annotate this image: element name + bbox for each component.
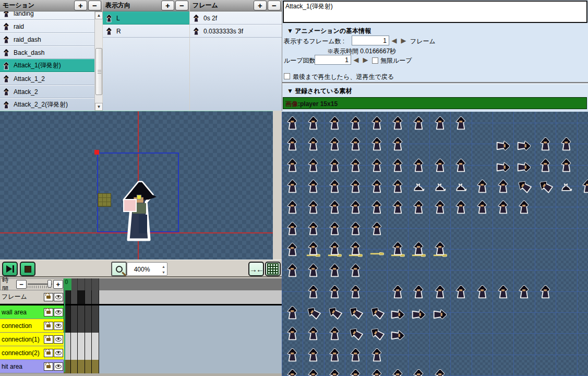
scrollbar-thumb[interactable] bbox=[95, 48, 102, 95]
sheet-sprite-witch-broom[interactable] bbox=[349, 242, 363, 256]
sheet-sprite-witch-tumbling[interactable] bbox=[514, 177, 534, 196]
sheet-sprite-witch[interactable] bbox=[412, 116, 426, 130]
sheet-sprite-witch-lying[interactable] bbox=[496, 139, 510, 153]
sheet-sprite-witch[interactable] bbox=[433, 369, 447, 376]
slider-thumb[interactable] bbox=[47, 280, 52, 288]
sheet-sprite-witch-tumbling[interactable] bbox=[535, 177, 555, 196]
reverse-play-checkbox[interactable] bbox=[284, 73, 290, 79]
timeline-cell[interactable] bbox=[85, 319, 92, 333]
lock-button[interactable] bbox=[44, 322, 53, 330]
sheet-sprite-witch-lying[interactable] bbox=[517, 160, 531, 174]
sheet-sprite-witch[interactable] bbox=[349, 158, 363, 172]
sheet-sprite-cat[interactable] bbox=[412, 179, 426, 193]
basic-info-header[interactable]: ▼ アニメーションの基本情報 bbox=[287, 27, 371, 36]
sheet-sprite-witch[interactable] bbox=[538, 285, 553, 299]
sheet-sprite-witch[interactable] bbox=[328, 179, 342, 193]
sheet-sprite-witch[interactable] bbox=[306, 116, 320, 130]
preview-canvas[interactable] bbox=[0, 111, 273, 260]
sheet-sprite-witch[interactable] bbox=[412, 285, 426, 299]
list-item-Attack_2_2(弾発射)[interactable]: Attack_2_2(弾発射) bbox=[0, 98, 94, 111]
sheet-sprite-witch-broom[interactable] bbox=[433, 242, 447, 256]
track-cells-hit area[interactable] bbox=[64, 360, 282, 373]
sheet-sprite-witch[interactable] bbox=[517, 200, 531, 214]
preview-character-sprite[interactable] bbox=[114, 173, 162, 242]
sheet-sprite-witch[interactable] bbox=[306, 200, 320, 214]
list-item-Back_dash[interactable]: Back_dash bbox=[0, 46, 94, 59]
sheet-sprite-witch[interactable] bbox=[306, 285, 320, 299]
sheet-sprite-witch[interactable] bbox=[391, 158, 405, 172]
sheet-sprite-witch[interactable] bbox=[349, 369, 363, 376]
timeline-cell[interactable] bbox=[78, 306, 85, 319]
sheet-sprite-broom[interactable] bbox=[370, 242, 384, 256]
sheet-sprite-witch[interactable] bbox=[285, 200, 299, 214]
sheet-sprite-witch[interactable] bbox=[349, 116, 363, 130]
scroll-up-icon[interactable]: ▲ bbox=[95, 11, 103, 19]
sheet-sprite-witch-tumbling[interactable] bbox=[304, 303, 323, 323]
timeline-cell[interactable] bbox=[71, 360, 78, 373]
sheet-sprite-witch[interactable] bbox=[454, 158, 468, 172]
origin-handle[interactable] bbox=[94, 150, 99, 155]
sheet-sprite-witch-lying[interactable] bbox=[412, 308, 426, 322]
sheet-sprite-witch[interactable] bbox=[412, 200, 426, 214]
sheet-sprite-witch[interactable] bbox=[559, 137, 573, 151]
track-label-hit area[interactable]: hit area bbox=[0, 360, 64, 373]
timeline-cell[interactable] bbox=[71, 346, 78, 360]
sheet-sprite-witch[interactable] bbox=[349, 263, 363, 277]
sheet-sprite-witch[interactable] bbox=[349, 285, 363, 299]
list-item-0.0333333s 3f[interactable]: 0.0333333s 3f bbox=[190, 25, 282, 38]
sheet-sprite-witch[interactable] bbox=[370, 221, 384, 236]
time-zoom-out-button[interactable]: − bbox=[16, 280, 27, 289]
visibility-button[interactable] bbox=[54, 335, 63, 344]
track-label-フレーム[interactable]: フレーム bbox=[0, 290, 64, 304]
sheet-sprite-witch[interactable] bbox=[285, 369, 299, 376]
track-label-wall area[interactable]: wall area bbox=[0, 306, 64, 319]
timeline-cell[interactable] bbox=[78, 319, 85, 333]
track-label-connection(1)[interactable]: connection(1) bbox=[0, 333, 64, 346]
sheet-sprite-witch[interactable] bbox=[433, 158, 447, 172]
frame-zero-cell[interactable]: 0 bbox=[64, 278, 71, 290]
sheet-sprite-witch[interactable] bbox=[306, 221, 320, 236]
sheet-sprite-witch[interactable] bbox=[433, 285, 447, 299]
sheet-sprite-witch[interactable] bbox=[475, 200, 489, 214]
timeline-cell[interactable] bbox=[71, 306, 78, 319]
list-item-raid_dash[interactable]: raid_dash bbox=[0, 33, 94, 46]
timeline-cell[interactable] bbox=[85, 290, 92, 304]
loop-decrement-icon[interactable]: ◀ bbox=[352, 55, 361, 65]
visibility-button[interactable] bbox=[54, 308, 63, 316]
direction-remove-button[interactable]: − bbox=[175, 1, 188, 10]
frames-remove-button[interactable]: − bbox=[268, 1, 281, 10]
sheet-sprite-witch[interactable] bbox=[285, 179, 299, 193]
track-cells-connection[interactable] bbox=[64, 319, 282, 333]
sheet-sprite-witch[interactable] bbox=[412, 369, 426, 376]
timeline-cell[interactable] bbox=[78, 346, 85, 360]
sheet-sprite-witch[interactable] bbox=[328, 158, 342, 172]
sheet-sprite-witch-broom[interactable] bbox=[391, 242, 405, 256]
list-item-Attack_1_2[interactable]: Attack_1_2 bbox=[0, 72, 94, 85]
sheet-sprite-witch[interactable] bbox=[306, 179, 320, 193]
timeline-cell[interactable] bbox=[85, 360, 92, 373]
timeline-cell[interactable] bbox=[92, 306, 99, 319]
timeline-cell[interactable] bbox=[92, 333, 99, 346]
sheet-sprite-witch[interactable] bbox=[285, 306, 299, 320]
sheet-sprite-witch[interactable] bbox=[433, 200, 447, 214]
spinner-arrows-icon[interactable]: ▲▼ bbox=[162, 264, 165, 275]
sheet-sprite-witch[interactable] bbox=[285, 158, 299, 172]
track-label-connection[interactable]: connection bbox=[0, 319, 64, 333]
visibility-button[interactable] bbox=[54, 322, 63, 330]
timeline-cell[interactable] bbox=[71, 319, 78, 333]
sheet-sprite-witch[interactable] bbox=[285, 348, 299, 362]
sheet-sprite-witch[interactable] bbox=[496, 285, 510, 299]
sheet-sprite-witch[interactable] bbox=[328, 200, 342, 214]
sheet-sprite-witch[interactable] bbox=[328, 137, 342, 151]
motion-add-button[interactable]: + bbox=[74, 1, 87, 10]
sheet-sprite-witch[interactable] bbox=[285, 263, 299, 277]
sheet-sprite-witch-tumbling[interactable] bbox=[367, 324, 387, 344]
sheet-sprite-witch[interactable] bbox=[328, 348, 342, 362]
list-item-L[interactable]: L bbox=[103, 11, 189, 25]
sheet-sprite-witch[interactable] bbox=[475, 285, 489, 299]
sheet-sprite-cat[interactable] bbox=[454, 179, 468, 193]
sheet-sprite-witch[interactable] bbox=[370, 200, 384, 214]
sheet-sprite-witch[interactable] bbox=[391, 285, 405, 299]
sheet-sprite-witch[interactable] bbox=[454, 116, 468, 130]
list-item-R[interactable]: R bbox=[103, 25, 189, 38]
